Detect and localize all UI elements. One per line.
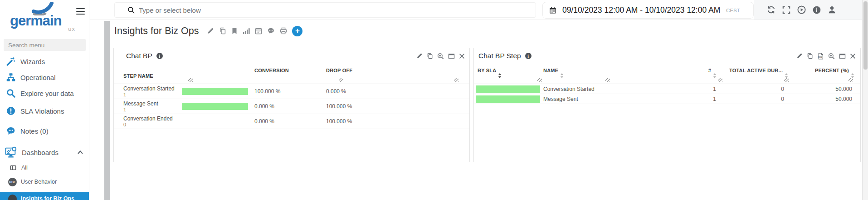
column-header-conversion[interactable]: CONVERSION — [254, 68, 326, 84]
table-row[interactable]: Conversation Started 1 0 50.000 — [474, 84, 860, 94]
sidebar-item-label: Dashboards — [22, 149, 59, 156]
conversion-value: 0.000 % — [254, 118, 326, 125]
sidebar-item-label: All — [21, 165, 28, 171]
step-count: 1 — [123, 107, 182, 112]
step-name: Conversation Started — [123, 86, 182, 92]
scrollbar-thumb[interactable] — [863, 1, 868, 70]
column-resize-handle[interactable] — [537, 78, 542, 82]
panel-toolbar — [416, 53, 469, 60]
hamburger-menu-icon[interactable] — [76, 8, 85, 15]
copy-icon[interactable] — [427, 53, 433, 59]
maximize-icon[interactable] — [839, 53, 846, 60]
content-scrollbar[interactable] — [104, 21, 110, 200]
column-resize-handle[interactable] — [605, 78, 610, 82]
column-header-name[interactable]: NAME — [541, 68, 610, 84]
funnel-bar — [182, 103, 248, 110]
table-row[interactable]: Message Sent 1 0 50.000 — [474, 94, 860, 104]
conversion-value: 0.000 % — [254, 103, 326, 110]
panel-header: Chat BP i — [114, 48, 469, 64]
table-row[interactable]: Message Sent 1 0.000 % 100.000 % — [114, 99, 469, 114]
play-circle-icon[interactable] — [797, 5, 806, 14]
sidebar-item-dashboards-all[interactable]: All — [0, 163, 89, 173]
info-icon[interactable]: i — [156, 53, 163, 59]
count-value: 1 — [610, 86, 723, 92]
sidebar-search[interactable] — [4, 39, 86, 51]
column-resize-handle[interactable] — [848, 78, 853, 82]
global-search-input[interactable] — [139, 6, 536, 14]
column-resize-handle[interactable] — [718, 78, 722, 82]
germain-logo[interactable]: germain ux — [7, 2, 76, 35]
timezone-label: CEST — [726, 8, 740, 13]
user-icon[interactable] — [828, 5, 836, 14]
table-row[interactable]: Conversation Started 1 100.000 % 0.000 % — [114, 84, 469, 99]
wand-icon — [6, 56, 16, 66]
edit-pencil-icon[interactable] — [796, 53, 803, 59]
dashboard-badge — [8, 195, 17, 200]
page-scrollbar[interactable] — [862, 0, 868, 200]
panel-chat-bp: Chat BP i STEP NAME CONVERSION DROP OFF … — [113, 48, 470, 162]
percent-value: 50.000 — [791, 86, 860, 92]
column-header-drop-off[interactable]: DROP OFF — [326, 68, 469, 84]
csv-export-icon[interactable]: CSV — [817, 53, 824, 60]
copy-icon[interactable] — [219, 27, 226, 35]
search-icon — [6, 88, 16, 98]
sla-bar — [476, 85, 540, 93]
sidebar-item-wizards[interactable]: Wizards — [0, 55, 89, 68]
add-icon[interactable]: + — [292, 26, 302, 36]
sidebar-item-dashboards[interactable]: Dashboards — [0, 144, 89, 161]
close-icon[interactable] — [850, 53, 856, 59]
panel-header: Chat BP Step i CSV — [474, 48, 860, 64]
drop-off-value: 100.000 % — [326, 118, 469, 125]
sidebar-item-sla-violations[interactable]: SLA Violations — [0, 104, 89, 118]
maximize-icon[interactable] — [448, 53, 455, 60]
column-resize-handle[interactable] — [454, 78, 458, 82]
zoom-in-icon[interactable] — [437, 53, 444, 60]
sidebar-search-input[interactable] — [8, 42, 86, 49]
date-range-picker[interactable]: 09/10/2023 12:00 AM - 10/10/2023 12:00 A… — [542, 2, 754, 19]
edit-pencil-icon[interactable] — [416, 53, 423, 59]
edit-pencil-icon[interactable] — [207, 27, 214, 35]
alert-circle-icon — [6, 106, 16, 116]
total-active-dur-value: 0 — [723, 86, 791, 92]
panel-title: Chat BP Step — [474, 52, 521, 60]
sidebar-item-dashboards-insights-active[interactable]: Insights for Biz Ops — [0, 192, 89, 200]
column-header-count[interactable]: # — [610, 68, 723, 84]
sidebar-item-explore[interactable]: Explore your data — [0, 86, 89, 100]
chevron-up-icon[interactable] — [77, 150, 83, 155]
sidebar-item-label: Wizards — [20, 58, 45, 65]
column-header-step-name[interactable]: STEP NAME — [114, 68, 182, 84]
step-name: Conversation Ended — [123, 116, 182, 122]
refresh-icon[interactable] — [767, 5, 775, 14]
global-search[interactable] — [114, 2, 536, 18]
scrollbar-thumb[interactable] — [104, 21, 110, 200]
sidebar-item-label: Insights for Biz Ops — [21, 195, 74, 200]
column-resize-handle[interactable] — [188, 78, 193, 82]
zoom-in-icon[interactable] — [828, 53, 835, 60]
app-window: germain ux Wizards Operational Explore y… — [0, 0, 868, 200]
print-icon[interactable] — [280, 27, 287, 35]
search-icon — [127, 6, 135, 14]
sidebar-item-label: User Behavior — [21, 179, 57, 185]
info-circle-icon[interactable] — [813, 6, 821, 14]
count-value: 1 — [610, 96, 723, 102]
comment-icon[interactable] — [267, 27, 275, 35]
calendar-icon[interactable] — [255, 27, 262, 35]
sidebar-item-notes[interactable]: Notes (0) — [0, 124, 89, 138]
sidebar-item-dashboards-user-behavior[interactable]: UBE User Behavior — [0, 176, 89, 187]
step-name: Message Sent — [541, 96, 610, 102]
column-resize-handle[interactable] — [339, 78, 343, 82]
step-name: Message Sent — [123, 101, 182, 107]
fullscreen-icon[interactable] — [782, 6, 790, 14]
column-resize-handle[interactable] — [784, 78, 789, 82]
info-icon[interactable]: i — [525, 53, 532, 59]
copy-icon[interactable] — [807, 53, 813, 59]
dashboard-monitor-icon — [5, 147, 17, 157]
table-row[interactable]: Conversation Ended 0 0.000 % 100.000 % — [114, 114, 469, 129]
bookmark-icon[interactable] — [231, 27, 238, 35]
column-header-by-sla[interactable]: BY SLA — [474, 68, 541, 84]
bar-chart-icon[interactable] — [243, 27, 250, 35]
close-icon[interactable] — [459, 53, 465, 59]
sidebar: germain ux Wizards Operational Explore y… — [0, 0, 89, 200]
column-header-total-active-dur[interactable]: TOTAL ACTIVE DUR... — [723, 68, 791, 84]
sidebar-item-operational[interactable]: Operational — [0, 70, 89, 84]
